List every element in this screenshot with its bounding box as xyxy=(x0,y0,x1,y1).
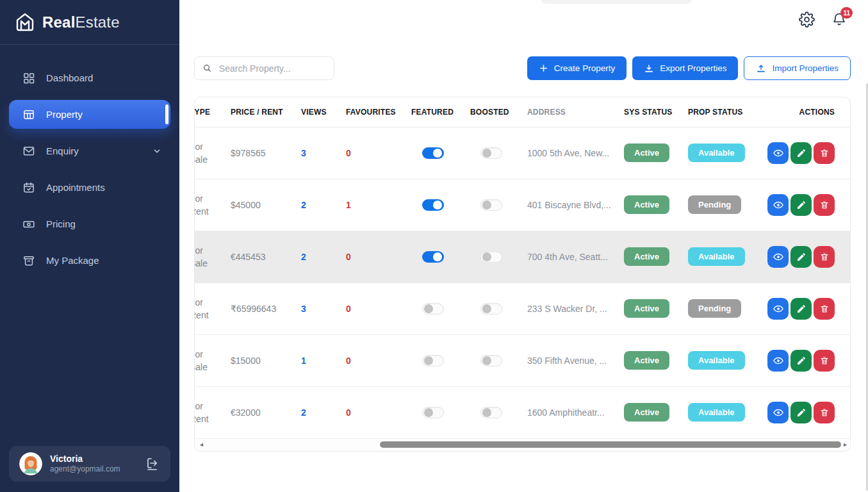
scrollbar-thumb[interactable] xyxy=(380,441,841,448)
trash-icon xyxy=(819,148,830,158)
boosted-toggle[interactable] xyxy=(480,147,502,159)
search-input[interactable] xyxy=(218,63,326,74)
sidebar-item-dashboard[interactable]: Dashboard xyxy=(9,63,170,92)
topbar: 11 xyxy=(179,0,868,41)
boosted-toggle[interactable] xyxy=(480,407,502,418)
sys-status-badge: Active xyxy=(624,247,669,266)
toggle-knob xyxy=(482,408,491,417)
logout-icon[interactable] xyxy=(145,456,160,472)
edit-button[interactable] xyxy=(790,298,812,320)
column-header-boosted: BOOSTED xyxy=(463,97,520,127)
featured-toggle[interactable] xyxy=(422,199,444,211)
notifications-button[interactable]: 11 xyxy=(831,12,847,29)
scroll-right-arrow[interactable]: ▸ xyxy=(844,440,847,449)
user-meta: Victoria agent@yopmail.com xyxy=(50,454,120,475)
view-button[interactable] xyxy=(767,350,789,372)
cell-favourites: 0 xyxy=(337,386,404,438)
sys-status-badge: Active xyxy=(624,351,669,370)
featured-toggle[interactable] xyxy=(422,355,444,366)
cell-type: For Rent xyxy=(194,283,223,334)
toggle-knob xyxy=(424,356,433,365)
edit-button[interactable] xyxy=(790,350,812,372)
prop-status-badge: Available xyxy=(688,403,745,422)
edit-button[interactable] xyxy=(790,194,812,216)
cell-views: 2 xyxy=(292,231,337,283)
toolbar-buttons: Create Property Export Properties Import… xyxy=(527,56,851,80)
featured-toggle[interactable] xyxy=(422,303,444,315)
horizontal-scrollbar[interactable]: ◂ ▸ xyxy=(195,438,850,451)
edit-button[interactable] xyxy=(790,402,812,423)
delete-button[interactable] xyxy=(814,402,835,423)
eye-icon xyxy=(773,407,784,418)
sidebar-item-label: Property xyxy=(46,109,83,120)
row-actions xyxy=(767,246,835,268)
edit-button[interactable] xyxy=(790,142,812,164)
delete-button[interactable] xyxy=(814,298,835,320)
delete-button[interactable] xyxy=(814,350,835,372)
toggle-knob xyxy=(433,149,442,158)
scroll-left-arrow[interactable]: ◂ xyxy=(200,440,203,449)
featured-toggle[interactable] xyxy=(422,407,444,418)
sidebar-item-label: My Package xyxy=(46,255,99,266)
delete-button[interactable] xyxy=(814,194,835,216)
view-button[interactable] xyxy=(767,194,789,216)
user-card[interactable]: Victoria agent@yopmail.com xyxy=(9,446,170,482)
prop-status-badge: Available xyxy=(688,144,745,162)
sidebar-item-appointments[interactable]: Appointments xyxy=(9,173,170,202)
table-row: For Sale $15000 1 0 350 Fifth Avenue, ..… xyxy=(194,334,850,386)
boosted-toggle[interactable] xyxy=(480,303,502,315)
import-properties-button[interactable]: Import Properties xyxy=(744,56,851,80)
sidebar-item-my-package[interactable]: My Package xyxy=(9,246,170,275)
cell-type: For Sale xyxy=(194,231,223,283)
download-icon xyxy=(644,63,654,74)
eye-icon xyxy=(773,251,784,263)
column-header-featured: FEATURED xyxy=(404,97,463,127)
toggle-knob xyxy=(482,149,491,158)
view-button[interactable] xyxy=(767,142,789,164)
edit-button[interactable] xyxy=(790,246,812,268)
package-box-icon xyxy=(22,254,35,267)
cell-type: For Rent xyxy=(194,386,223,438)
create-property-label: Create Property xyxy=(554,63,615,73)
pencil-icon xyxy=(796,148,807,158)
export-properties-label: Export Properties xyxy=(660,63,726,73)
properties-table: TYPE PRICE / RENT VIEWS FAVOURITES FEATU… xyxy=(194,97,850,438)
top-shadow-artifact xyxy=(541,0,692,4)
user-email: agent@yopmail.com xyxy=(50,464,120,474)
sidebar-item-property[interactable]: Property xyxy=(9,100,170,129)
prop-status-badge: Available xyxy=(688,247,745,266)
cell-address: 233 S Wacker Dr, ... xyxy=(520,283,616,334)
boosted-toggle[interactable] xyxy=(480,199,502,211)
cell-favourites: 0 xyxy=(337,231,404,283)
column-header-views: VIEWS xyxy=(292,97,337,127)
sys-status-badge: Active xyxy=(624,403,669,422)
row-actions xyxy=(767,402,835,423)
export-properties-button[interactable]: Export Properties xyxy=(632,56,738,80)
boosted-toggle[interactable] xyxy=(480,355,502,366)
featured-toggle[interactable] xyxy=(422,251,444,263)
delete-button[interactable] xyxy=(814,246,835,268)
cell-address: 350 Fifth Avenue, ... xyxy=(520,334,616,386)
settings-button[interactable] xyxy=(799,12,815,30)
toggle-knob xyxy=(482,201,491,209)
toggle-knob xyxy=(482,252,491,261)
user-name: Victoria xyxy=(50,454,120,465)
featured-toggle[interactable] xyxy=(422,147,444,159)
table-row: For Rent $45000 2 1 401 Biscayne Blvd,..… xyxy=(194,179,850,231)
cell-address: 700 4th Ave, Seatt... xyxy=(520,231,616,283)
toggle-knob xyxy=(482,304,491,313)
sidebar-item-pricing[interactable]: Pricing xyxy=(9,209,170,238)
view-button[interactable] xyxy=(767,402,789,423)
sidebar-item-enquiry[interactable]: Enquiry xyxy=(9,136,170,165)
column-header-actions: ACTIONS xyxy=(767,97,850,127)
cell-price: $45000 xyxy=(223,179,292,231)
delete-button[interactable] xyxy=(814,142,835,164)
create-property-button[interactable]: Create Property xyxy=(527,56,626,80)
view-button[interactable] xyxy=(767,298,789,320)
cell-price: $15000 xyxy=(223,334,292,386)
cell-views: 3 xyxy=(292,283,337,334)
upload-icon xyxy=(756,63,766,74)
eye-icon xyxy=(773,199,784,211)
boosted-toggle[interactable] xyxy=(480,251,502,263)
view-button[interactable] xyxy=(767,246,789,268)
